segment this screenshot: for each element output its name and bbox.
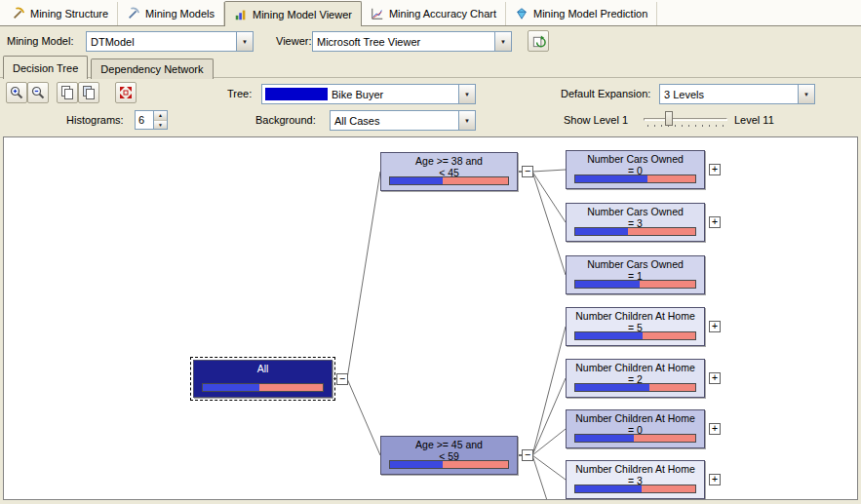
subtab-label: Dependency Network <box>100 63 203 75</box>
show-level-slider-thumb[interactable] <box>665 111 673 126</box>
node-histogram <box>574 434 696 443</box>
zoom-in-icon <box>9 85 24 100</box>
zoom-out-icon <box>30 85 46 100</box>
node-histogram <box>574 227 696 236</box>
tree-node-label: Number Cars Owned= 1 <box>567 259 704 282</box>
chevron-down-icon[interactable]: ▼ <box>458 85 475 103</box>
tab-label: Mining Structure <box>30 8 108 19</box>
histograms-label: Histograms: <box>66 114 124 126</box>
tree-node-label: Number Children At Home= 5 <box>567 311 704 333</box>
tab-mining-model-prediction[interactable]: Mining Model Prediction <box>506 2 657 25</box>
tree-toolbar: Tree: Bike Buyer ▼ Default Expansion: 3 … <box>0 78 861 136</box>
tree-color-swatch <box>265 88 328 100</box>
tab-dependency-network[interactable]: Dependency Network <box>91 58 213 79</box>
collapse-node-icon[interactable]: − <box>336 373 348 385</box>
tree-node-label: Number Children At Home= 0 <box>567 413 704 436</box>
tree-select[interactable]: Bike Buyer ▼ <box>261 84 476 104</box>
node-histogram <box>574 331 696 340</box>
node-histogram <box>574 485 696 493</box>
viewer-select[interactable]: Microsoft Tree Viewer ▼ <box>312 31 512 52</box>
level-max-label: Level 11 <box>734 114 774 126</box>
tree-node-label: Number Children At Home= 2 <box>567 363 704 385</box>
mining-accuracy-chart-icon <box>371 7 384 20</box>
viewer-subtabbar: Decision Tree Dependency Network <box>0 55 861 78</box>
model-bar: Mining Model: DTModel ▼ Viewer: Microsof… <box>0 26 861 55</box>
tab-mining-structure[interactable]: Mining Structure <box>3 2 118 25</box>
node-histogram <box>389 460 509 469</box>
node-histogram <box>202 383 324 392</box>
viewer-value: Microsoft Tree Viewer <box>313 36 494 48</box>
tree-node-label: Number Cars Owned= 3 <box>567 207 704 229</box>
tab-label: Mining Models <box>145 8 215 19</box>
tree-node-label: Age >= 38 and< 45 <box>381 156 517 178</box>
node-histogram <box>574 174 696 183</box>
mining-model-label: Mining Model: <box>7 35 73 47</box>
histograms-value: 6 <box>136 111 153 129</box>
slider-ticks <box>647 125 724 127</box>
copy-all-icon <box>81 85 97 100</box>
chevron-down-icon[interactable]: ▼ <box>236 32 253 51</box>
tree-node-label: Number Cars Owned= 0 <box>567 154 704 176</box>
tree-node-cars1[interactable]: Number Cars Owned= 1 <box>566 255 705 294</box>
tree-node-child2[interactable]: Number Children At Home= 2 <box>566 359 705 398</box>
tree-node-label: Number Children At Home= 3 <box>567 464 704 486</box>
tab-label: Mining Model Prediction <box>533 8 647 19</box>
chevron-down-icon[interactable]: ▼ <box>458 111 475 130</box>
collapse-node-icon[interactable]: − <box>522 166 533 177</box>
tab-decision-tree[interactable]: Decision Tree <box>3 56 88 79</box>
tree-node-cars0[interactable]: Number Cars Owned= 0 <box>566 150 705 189</box>
default-expansion-value: 3 Levels <box>660 89 798 100</box>
mining-model-viewer-icon <box>234 8 248 21</box>
copy-graph-view-button[interactable] <box>57 82 78 103</box>
tree-node-age38[interactable]: Age >= 38 and< 45 <box>380 152 518 191</box>
default-expansion-label: Default Expansion: <box>561 88 650 99</box>
tree-node-age45[interactable]: Age >= 45 and< 59 <box>380 436 518 475</box>
expand-node-icon[interactable]: + <box>709 423 721 435</box>
spinner-down-icon[interactable]: ▼ <box>154 121 167 130</box>
tree-node-child3[interactable]: Number Children At Home= 3 <box>566 460 705 499</box>
node-histogram <box>389 176 509 185</box>
background-select[interactable]: All Cases ▼ <box>330 110 476 131</box>
chevron-down-icon[interactable]: ▼ <box>798 85 814 103</box>
size-to-fit-button[interactable] <box>115 82 137 103</box>
zoom-in-button[interactable] <box>6 82 27 103</box>
node-histogram <box>574 383 696 392</box>
chevron-down-icon[interactable]: ▼ <box>494 32 511 51</box>
document-tabbar: Mining Structure Mining Models Mining Mo… <box>0 0 861 26</box>
tab-mining-model-viewer[interactable]: Mining Model Viewer <box>224 1 362 26</box>
histograms-spinner[interactable]: 6 ▲ ▼ <box>135 110 168 130</box>
background-label: Background: <box>255 114 316 126</box>
copy-entire-graph-button[interactable] <box>78 82 99 103</box>
refresh-viewer-button[interactable] <box>528 30 549 52</box>
expand-node-icon[interactable]: + <box>709 164 721 175</box>
zoom-out-button[interactable] <box>27 82 49 103</box>
expand-node-icon[interactable]: + <box>709 216 721 228</box>
mining-structure-icon <box>12 7 25 20</box>
node-histogram <box>574 280 696 289</box>
expand-node-icon[interactable]: + <box>709 321 721 332</box>
tree-label: Tree: <box>227 88 252 99</box>
tab-mining-accuracy-chart[interactable]: Mining Accuracy Chart <box>362 2 506 25</box>
tab-mining-models[interactable]: Mining Models <box>118 2 224 25</box>
refresh-viewer-icon <box>531 34 546 49</box>
slider-track <box>644 118 727 121</box>
tree-value: Bike Buyer <box>328 89 458 100</box>
tree-node-child0[interactable]: Number Children At Home= 0 <box>566 409 705 448</box>
tree-node-label: All <box>194 364 332 375</box>
tree-node-all[interactable]: All <box>193 360 333 398</box>
show-level-label: Show Level 1 <box>564 114 628 126</box>
show-level-slider[interactable] <box>642 110 729 130</box>
spinner-up-icon[interactable]: ▲ <box>154 111 167 121</box>
default-expansion-select[interactable]: 3 Levels ▼ <box>659 84 815 104</box>
mining-model-prediction-icon <box>515 7 528 20</box>
tree-canvas: All−Age >= 38 and< 45−Age >= 45 and< 59−… <box>4 137 857 499</box>
expand-node-icon[interactable]: + <box>709 372 721 384</box>
collapse-node-icon[interactable]: − <box>522 449 533 461</box>
tree-node-label: Age >= 45 and< 59 <box>381 440 517 462</box>
tree-node-child5[interactable]: Number Children At Home= 5 <box>566 307 705 346</box>
expand-node-icon[interactable]: + <box>709 474 721 485</box>
mining-model-select[interactable]: DTModel ▼ <box>86 31 254 52</box>
tab-label: Mining Model Viewer <box>253 9 352 20</box>
decision-tree-view: All−Age >= 38 and< 45−Age >= 45 and< 59−… <box>3 136 858 500</box>
tree-node-cars3[interactable]: Number Cars Owned= 3 <box>566 203 705 242</box>
